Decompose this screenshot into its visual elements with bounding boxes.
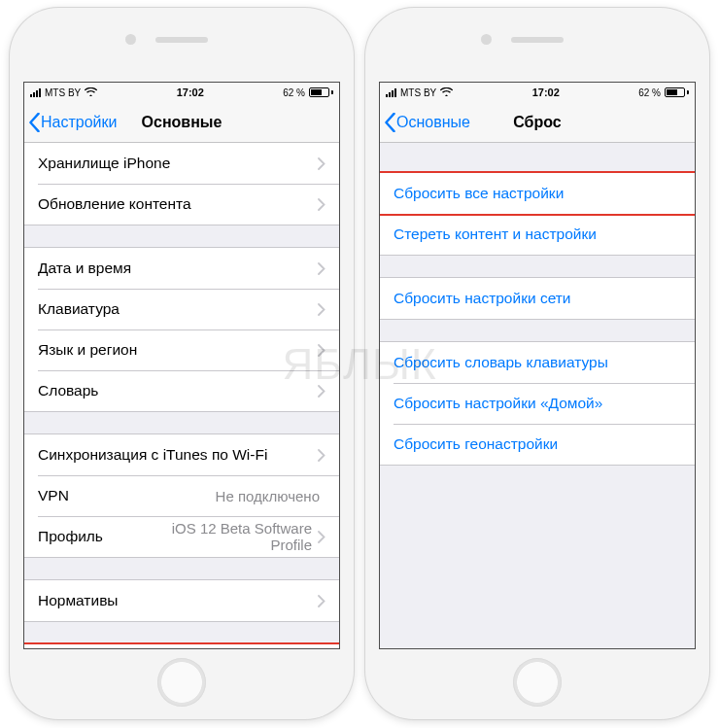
row-keyboard[interactable]: Клавиатура bbox=[24, 289, 339, 329]
camera-dot bbox=[125, 34, 136, 45]
row-storage[interactable]: Хранилище iPhone bbox=[24, 143, 339, 184]
chevron-right-icon bbox=[318, 303, 325, 316]
row-label: Сбросить настройки «Домой» bbox=[394, 395, 681, 412]
chevron-right-icon bbox=[318, 198, 325, 211]
row-label: Стереть контент и настройки bbox=[394, 225, 681, 243]
screen-left: MTS BY 17:02 62 % Настройки bbox=[23, 82, 340, 649]
row-label: Профиль bbox=[38, 528, 153, 545]
home-button[interactable] bbox=[157, 658, 206, 707]
row-label: Нормативы bbox=[38, 592, 318, 609]
row-label: Клавиатура bbox=[38, 300, 318, 318]
chevron-right-icon bbox=[318, 531, 325, 543]
signal-icon bbox=[30, 88, 41, 97]
chevron-right-icon bbox=[318, 344, 325, 357]
phone-left: MTS BY 17:02 62 % Настройки bbox=[10, 8, 354, 719]
row-reset-keyboard-dict[interactable]: Сбросить словарь клавиатуры bbox=[380, 342, 695, 383]
row-reset-location[interactable]: Сбросить геонастройки bbox=[380, 424, 695, 465]
row-regulatory[interactable]: Нормативы bbox=[24, 580, 339, 621]
phone-right: MTS BY 17:02 62 % Основные bbox=[365, 8, 709, 719]
status-bar: MTS BY 17:02 62 % bbox=[380, 83, 695, 102]
clock: 17:02 bbox=[177, 87, 204, 98]
back-label: Основные bbox=[396, 114, 470, 131]
status-bar: MTS BY 17:02 62 % bbox=[24, 83, 339, 102]
nav-bar: Настройки Основные bbox=[24, 102, 339, 143]
back-button[interactable]: Настройки bbox=[24, 113, 117, 132]
signal-icon bbox=[386, 88, 396, 97]
reset-list: Сбросить все настройки Стереть контент и… bbox=[380, 143, 695, 648]
row-label: Синхронизация с iTunes по Wi-Fi bbox=[38, 446, 318, 464]
speaker-slot bbox=[511, 37, 564, 43]
back-button[interactable]: Основные bbox=[380, 113, 470, 132]
screen-right: MTS BY 17:02 62 % Основные bbox=[379, 82, 696, 649]
battery-pct: 62 % bbox=[638, 87, 661, 98]
battery-icon bbox=[309, 87, 333, 97]
battery-pct: 62 % bbox=[283, 87, 305, 98]
wifi-icon bbox=[440, 87, 453, 97]
row-label: Язык и регион bbox=[38, 341, 318, 359]
row-reset-home[interactable]: Сбросить настройки «Домой» bbox=[380, 383, 695, 424]
chevron-right-icon bbox=[318, 157, 325, 170]
row-label: VPN bbox=[38, 487, 216, 504]
row-date-time[interactable]: Дата и время bbox=[24, 248, 339, 289]
row-label: Сбросить настройки сети bbox=[394, 290, 681, 307]
chevron-right-icon bbox=[318, 385, 325, 398]
speaker-slot bbox=[155, 37, 208, 43]
row-itunes-wifi-sync[interactable]: Синхронизация с iTunes по Wi-Fi bbox=[24, 434, 339, 475]
row-reset-all-settings[interactable]: Сбросить все настройки bbox=[380, 173, 695, 214]
row-reset[interactable]: Сброс bbox=[24, 644, 339, 648]
chevron-left-icon bbox=[384, 113, 396, 132]
row-label: Сбросить все настройки bbox=[394, 185, 681, 202]
row-dictionary[interactable]: Словарь bbox=[24, 370, 339, 411]
carrier-label: MTS BY bbox=[400, 87, 436, 98]
row-label: Сбросить словарь клавиатуры bbox=[394, 354, 681, 371]
carrier-label: MTS BY bbox=[45, 87, 81, 98]
row-label: Обновление контента bbox=[38, 195, 318, 213]
row-label: Словарь bbox=[38, 382, 318, 399]
camera-dot bbox=[481, 34, 492, 45]
chevron-right-icon bbox=[318, 595, 325, 607]
clock: 17:02 bbox=[532, 87, 560, 98]
row-erase-all[interactable]: Стереть контент и настройки bbox=[380, 214, 695, 255]
wifi-icon bbox=[85, 87, 97, 97]
chevron-right-icon bbox=[318, 449, 325, 462]
row-background-refresh[interactable]: Обновление контента bbox=[24, 184, 339, 225]
battery-icon bbox=[665, 87, 689, 97]
nav-bar: Основные Сброс bbox=[380, 102, 695, 143]
row-value: iOS 12 Beta Software Profile bbox=[153, 520, 318, 553]
row-vpn[interactable]: VPN Не подключено bbox=[24, 475, 339, 516]
row-label: Сбросить геонастройки bbox=[394, 435, 681, 453]
row-value: Не подключено bbox=[216, 488, 325, 504]
chevron-right-icon bbox=[318, 262, 325, 275]
row-label: Дата и время bbox=[38, 260, 318, 277]
home-button[interactable] bbox=[513, 658, 562, 707]
settings-list: Хранилище iPhone Обновление контента Дат… bbox=[24, 143, 339, 648]
row-label: Хранилище iPhone bbox=[38, 155, 318, 172]
back-label: Настройки bbox=[41, 114, 117, 131]
chevron-left-icon bbox=[28, 113, 41, 132]
row-language-region[interactable]: Язык и регион bbox=[24, 329, 339, 370]
row-profile[interactable]: Профиль iOS 12 Beta Software Profile bbox=[24, 516, 339, 557]
row-reset-network[interactable]: Сбросить настройки сети bbox=[380, 278, 695, 319]
